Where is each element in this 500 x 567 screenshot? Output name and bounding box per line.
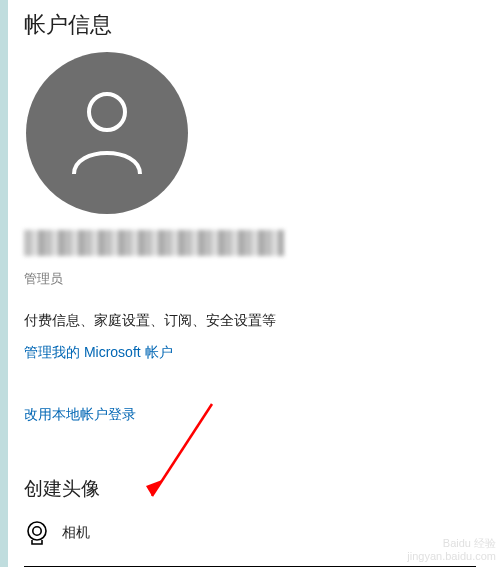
account-role: 管理员 [24, 270, 500, 288]
page-title: 帐户信息 [24, 10, 500, 40]
watermark-line2: jingyan.baidu.com [407, 550, 496, 563]
person-icon [68, 88, 146, 178]
account-description: 付费信息、家庭设置、订阅、安全设置等 [24, 312, 500, 330]
local-account-login-link[interactable]: 改用本地帐户登录 [24, 406, 136, 424]
main-content: 帐户信息 管理员 付费信息、家庭设置、订阅、安全设置等 管理我的 Microso… [0, 0, 500, 567]
account-name-redacted [24, 230, 284, 256]
account-avatar[interactable] [26, 52, 188, 214]
watermark: Baidu 经验 jingyan.baidu.com [407, 537, 496, 563]
svg-point-2 [33, 527, 41, 535]
left-accent-bar [0, 0, 8, 567]
camera-icon [24, 520, 50, 546]
create-avatar-title: 创建头像 [24, 476, 500, 502]
camera-label: 相机 [62, 524, 90, 542]
watermark-line1: Baidu 经验 [407, 537, 496, 550]
svg-point-0 [89, 94, 125, 130]
svg-point-1 [28, 522, 46, 540]
manage-microsoft-account-link[interactable]: 管理我的 Microsoft 帐户 [24, 344, 173, 362]
